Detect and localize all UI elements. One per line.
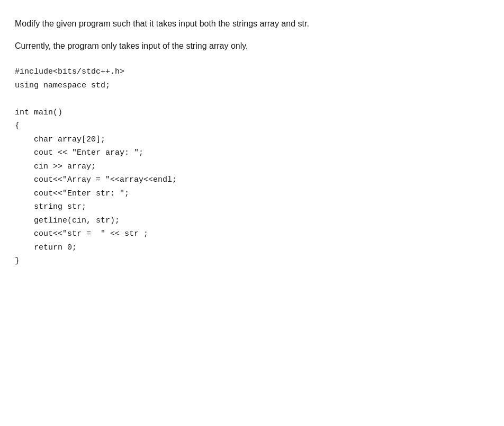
description-block: Modify the given program such that it ta… xyxy=(15,17,489,52)
code-line-9: cout<<"Array = "<<array<<endl; xyxy=(15,173,489,187)
code-line-11: string str; xyxy=(15,200,489,214)
code-line-6: char array[20]; xyxy=(15,133,489,147)
page-container: Modify the given program such that it ta… xyxy=(15,17,489,268)
code-line-4: int main() xyxy=(15,106,489,120)
description-line-1: Modify the given program such that it ta… xyxy=(15,17,489,31)
code-line-5: { xyxy=(15,119,489,133)
code-block: #include<bits/stdc++.h> using namespace … xyxy=(15,65,489,268)
code-line-7: cout << "Enter aray: "; xyxy=(15,146,489,160)
description-line-2: Currently, the program only takes input … xyxy=(15,39,489,53)
code-line-1: #include<bits/stdc++.h> xyxy=(15,65,489,79)
code-blank-1 xyxy=(15,92,489,106)
code-line-13: cout<<"str = " << str ; xyxy=(15,227,489,241)
code-line-8: cin >> array; xyxy=(15,160,489,174)
code-line-2: using namespace std; xyxy=(15,79,489,93)
code-line-15: } xyxy=(15,254,489,268)
code-line-14: return 0; xyxy=(15,241,489,255)
code-line-12: getline(cin, str); xyxy=(15,214,489,228)
code-line-10: cout<<"Enter str: "; xyxy=(15,187,489,201)
